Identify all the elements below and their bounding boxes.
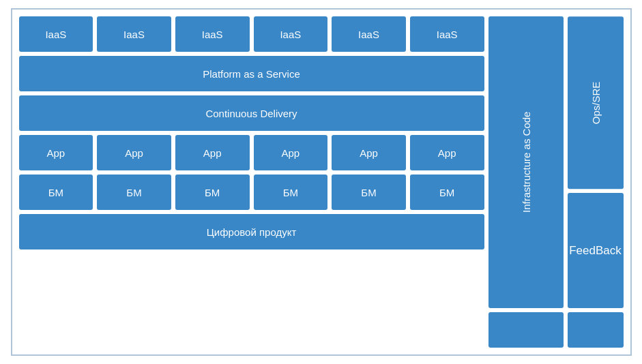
infra-bottom-cell xyxy=(488,312,564,348)
app-cell-3: App xyxy=(175,135,250,170)
iaas-cell-3: IaaS xyxy=(175,16,250,52)
bm-row: БМ БМ БМ БМ БМ БМ xyxy=(19,175,484,210)
bm-cell-5: БМ xyxy=(332,175,406,210)
paas-row: Platform as a Service xyxy=(19,56,484,91)
iaas-cell-1: IaaS xyxy=(19,16,93,52)
ops-bottom-cell xyxy=(568,312,624,348)
cd-row: Continuous Delivery xyxy=(19,95,484,131)
iaas-cell-2: IaaS xyxy=(97,16,171,52)
iaas-cell-4: IaaS xyxy=(254,16,328,52)
digital-row: Цифровой продукт xyxy=(19,214,484,249)
app-cell-6: App xyxy=(410,135,484,170)
bm-cell-2: БМ xyxy=(97,175,171,210)
infrastructure-as-code-cell: Infrastructure as Code xyxy=(488,16,564,308)
app-row: App App App App App App xyxy=(19,135,484,170)
architecture-diagram: IaaS IaaS IaaS IaaS IaaS IaaS Platform a… xyxy=(11,8,632,356)
app-cell-4: App xyxy=(254,135,328,170)
iaas-cell-5: IaaS xyxy=(332,16,406,52)
iaas-row: IaaS IaaS IaaS IaaS IaaS IaaS xyxy=(19,16,484,52)
digital-cell: Цифровой продукт xyxy=(19,214,484,249)
iaas-cell-6: IaaS xyxy=(410,16,484,52)
ops-sre-cell: Ops/SRE xyxy=(568,16,624,189)
bm-cell-4: БМ xyxy=(254,175,328,210)
bm-cell-3: БМ xyxy=(175,175,250,210)
cd-cell: Continuous Delivery xyxy=(19,95,484,131)
bm-cell-6: БМ xyxy=(410,175,484,210)
app-cell-2: App xyxy=(97,135,171,170)
app-cell-1: App xyxy=(19,135,93,170)
feedback-cell: FeedBack xyxy=(568,193,624,308)
app-cell-5: App xyxy=(332,135,406,170)
bm-cell-1: БМ xyxy=(19,175,93,210)
paas-cell: Platform as a Service xyxy=(19,56,484,91)
